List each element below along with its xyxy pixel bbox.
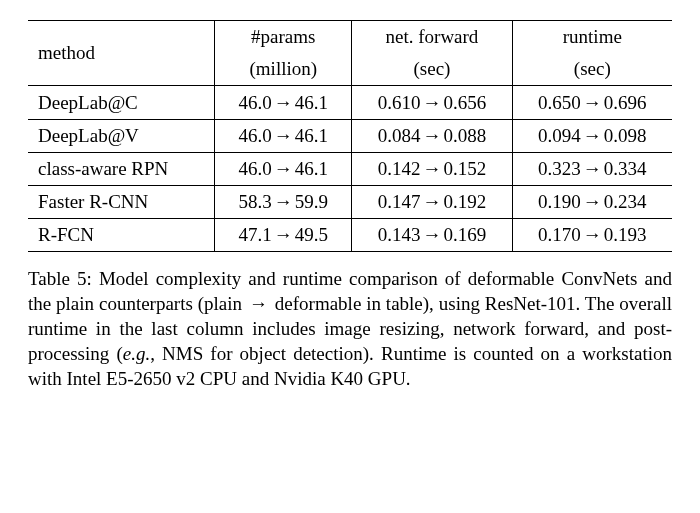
cell-runtime: 0.094→0.098 (512, 120, 672, 153)
arrow-icon: → (420, 224, 443, 245)
cell-forward: 0.143→0.169 (352, 219, 512, 252)
arrow-icon: → (581, 92, 604, 113)
cell-runtime: 0.190→0.234 (512, 186, 672, 219)
arrow-icon: → (420, 191, 443, 212)
cell-runtime: 0.170→0.193 (512, 219, 672, 252)
table-row: class-aware RPN 46.0→46.1 0.142→0.152 0.… (28, 153, 672, 186)
cell-forward: 0.147→0.192 (352, 186, 512, 219)
cell-method: class-aware RPN (28, 153, 215, 186)
complexity-runtime-table: method #params net. forward runtime (mil… (28, 20, 672, 252)
col-header-runtime: runtime (512, 21, 672, 54)
table-caption: Table 5: Model complexity and runtime co… (28, 266, 672, 391)
table-row: Faster R-CNN 58.3→59.9 0.147→0.192 0.190… (28, 186, 672, 219)
arrow-icon: → (247, 293, 270, 314)
col-subheader-runtime: (sec) (512, 53, 672, 86)
cell-params: 46.0→46.1 (215, 120, 352, 153)
arrow-icon: → (420, 125, 443, 146)
table-row: DeepLab@C 46.0→46.1 0.610→0.656 0.650→0.… (28, 86, 672, 120)
arrow-icon: → (272, 158, 295, 179)
arrow-icon: → (272, 125, 295, 146)
cell-params: 58.3→59.9 (215, 186, 352, 219)
arrow-icon: → (581, 158, 604, 179)
caption-eg: e.g. (123, 343, 150, 364)
arrow-icon: → (581, 224, 604, 245)
arrow-icon: → (420, 158, 443, 179)
cell-method: DeepLab@V (28, 120, 215, 153)
arrow-icon: → (420, 92, 443, 113)
cell-params: 47.1→49.5 (215, 219, 352, 252)
table-row: DeepLab@V 46.0→46.1 0.084→0.088 0.094→0.… (28, 120, 672, 153)
col-subheader-params: (million) (215, 53, 352, 86)
cell-forward: 0.084→0.088 (352, 120, 512, 153)
table-row: R-FCN 47.1→49.5 0.143→0.169 0.170→0.193 (28, 219, 672, 252)
cell-method: Faster R-CNN (28, 186, 215, 219)
cell-params: 46.0→46.1 (215, 153, 352, 186)
arrow-icon: → (272, 92, 295, 113)
cell-params: 46.0→46.1 (215, 86, 352, 120)
col-header-forward: net. forward (352, 21, 512, 54)
cell-runtime: 0.323→0.334 (512, 153, 672, 186)
arrow-icon: → (272, 224, 295, 245)
col-header-method: method (28, 21, 215, 86)
col-subheader-forward: (sec) (352, 53, 512, 86)
caption-label: Table 5: (28, 268, 99, 289)
cell-runtime: 0.650→0.696 (512, 86, 672, 120)
col-header-params: #params (215, 21, 352, 54)
arrow-icon: → (581, 125, 604, 146)
cell-forward: 0.142→0.152 (352, 153, 512, 186)
cell-method: R-FCN (28, 219, 215, 252)
cell-method: DeepLab@C (28, 86, 215, 120)
arrow-icon: → (272, 191, 295, 212)
cell-forward: 0.610→0.656 (352, 86, 512, 120)
arrow-icon: → (581, 191, 604, 212)
